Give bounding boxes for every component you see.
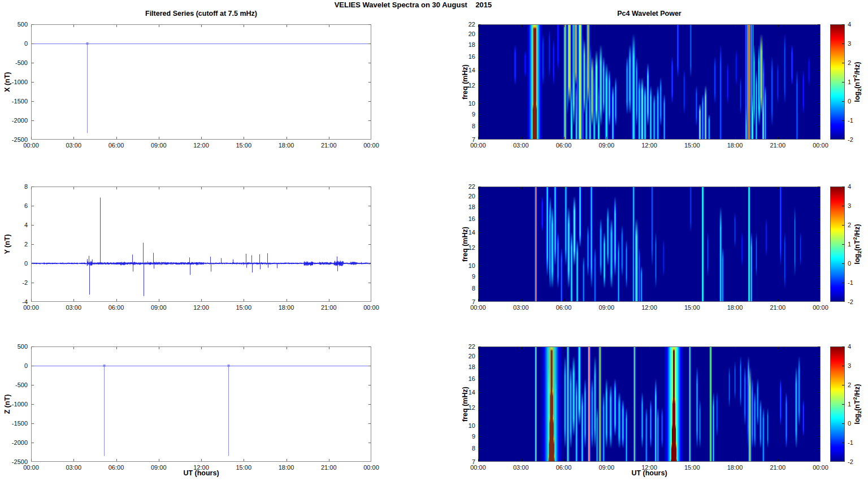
colorbar-canvas-row3 xyxy=(830,346,845,462)
x-tick-label: 12:00 xyxy=(186,142,216,149)
y-tick-label: -2000 xyxy=(1,439,28,446)
x-tick-label: 15:00 xyxy=(229,304,258,311)
colorbar-tick-label: 0 xyxy=(848,98,862,105)
y-tick-label: -500 xyxy=(1,382,28,388)
colorbar-tick-label: -2 xyxy=(848,136,862,143)
y-tick-label: 6 xyxy=(1,202,28,209)
x-tick-label: 06:00 xyxy=(102,142,131,149)
colorbar-tick-label: 4 xyxy=(848,343,862,350)
x-tick-label: 18:00 xyxy=(721,464,750,471)
x-tick-label: 21:00 xyxy=(763,304,792,311)
freq-tick-label: 10 xyxy=(459,262,475,269)
y-tick-label: -4 xyxy=(1,298,28,305)
freq-tick-label: 8 xyxy=(459,285,475,292)
x-tick-label: 03:00 xyxy=(59,142,88,149)
y-tick-label: 0 xyxy=(1,362,28,369)
y-tick-label: 500 xyxy=(1,21,28,28)
x-tick-label: 03:00 xyxy=(506,304,536,311)
colorbar-tick-label: 4 xyxy=(848,21,862,28)
x-tick-label: 15:00 xyxy=(678,464,707,471)
freq-tick-label: 8 xyxy=(459,123,475,129)
x-tick-label: 15:00 xyxy=(229,464,258,471)
y-tick-label: -1000 xyxy=(1,401,28,408)
colorbar-tick-label: -1 xyxy=(848,279,862,286)
colorbar-tick-label: 2 xyxy=(848,59,862,66)
y-tick-label: -1000 xyxy=(1,79,28,85)
x-tick-label: 00:00 xyxy=(806,142,835,149)
x-tick-label: 09:00 xyxy=(592,304,621,311)
colorbar-tick-label: 1 xyxy=(848,79,862,85)
freq-tick-label: 9 xyxy=(459,273,475,280)
freq-tick-label: 12 xyxy=(459,82,475,89)
x-tick-label: 09:00 xyxy=(144,142,173,149)
y-tick-label: -2 xyxy=(1,279,28,286)
colorbar-tick-label: 3 xyxy=(848,202,862,209)
freq-tick-label: 20 xyxy=(459,193,475,200)
freq-tick-label: 10 xyxy=(459,422,475,429)
x-tick-label: 18:00 xyxy=(272,464,301,471)
colorbar-tick-label: -2 xyxy=(848,298,862,305)
x-tick-label: 12:00 xyxy=(635,142,664,149)
freq-tick-label: 8 xyxy=(459,445,475,452)
z-wavelet-spectrogram-canvas xyxy=(478,346,821,462)
y-tick-label: -1500 xyxy=(1,420,28,427)
x-tick-label: 21:00 xyxy=(314,464,344,471)
y-tick-label: -2500 xyxy=(1,136,28,143)
x-tick-label: 06:00 xyxy=(549,464,579,471)
colorbar-canvas-row2 xyxy=(830,187,845,302)
y-tick-label: 2 xyxy=(1,241,28,248)
figure: VELIES Wavelet Spectra on 30 August 2015… xyxy=(0,0,868,481)
x-tick-label: 18:00 xyxy=(721,304,750,311)
x-tick-label: 06:00 xyxy=(549,304,579,311)
freq-tick-label: 16 xyxy=(459,215,475,222)
freq-tick-label: 7 xyxy=(459,136,475,143)
x-tick-label: 12:00 xyxy=(635,464,664,471)
freq-tick-label: 9 xyxy=(459,111,475,118)
freq-tick-label: 20 xyxy=(459,31,475,37)
freq-tick-label: 18 xyxy=(459,203,475,210)
colorbar-tick-label: 3 xyxy=(848,40,862,47)
freq-tick-label: 9 xyxy=(459,433,475,440)
x-tick-label: 12:00 xyxy=(186,464,216,471)
colorbar-tick-label: 2 xyxy=(848,222,862,228)
x-tick-label: 12:00 xyxy=(635,304,664,311)
y-tick-label: 0 xyxy=(1,260,28,267)
y-tick-label: 4 xyxy=(1,222,28,228)
z-series-plot-canvas xyxy=(31,346,371,462)
x-tick-label: 15:00 xyxy=(678,142,707,149)
freq-tick-label: 14 xyxy=(459,389,475,396)
x-wavelet-spectrogram-canvas xyxy=(478,24,821,140)
y-series-plot-canvas xyxy=(31,187,371,302)
y-tick-label: 8 xyxy=(1,183,28,190)
x-series-plot-canvas xyxy=(31,24,371,140)
colorbar-tick-label: -1 xyxy=(848,117,862,124)
x-tick-label: 03:00 xyxy=(506,464,536,471)
x-tick-label: 06:00 xyxy=(549,142,579,149)
x-tick-label: 15:00 xyxy=(229,142,258,149)
x-tick-label: 09:00 xyxy=(592,142,621,149)
colorbar-tick-label: 3 xyxy=(848,362,862,369)
x-tick-label: 18:00 xyxy=(272,142,301,149)
x-tick-label: 09:00 xyxy=(144,464,173,471)
right-column-title: Pc4 Wavelet Power xyxy=(478,10,821,18)
figure-title: VELIES Wavelet Spectra on 30 August 2015 xyxy=(0,1,826,9)
freq-tick-label: 16 xyxy=(459,53,475,60)
freq-tick-label: 18 xyxy=(459,363,475,370)
left-column-title: Filtered Series (cutoff at 7.5 mHz) xyxy=(31,10,371,18)
freq-tick-label: 16 xyxy=(459,375,475,382)
colorbar-canvas-row1 xyxy=(830,24,845,140)
x-tick-label: 09:00 xyxy=(592,464,621,471)
y-wavelet-spectrogram-canvas xyxy=(478,187,821,302)
freq-tick-label: 14 xyxy=(459,67,475,73)
colorbar-tick-label: -1 xyxy=(848,439,862,446)
freq-tick-label: 22 xyxy=(459,343,475,350)
x-tick-label: 06:00 xyxy=(102,464,131,471)
colorbar-tick-label: -2 xyxy=(848,458,862,465)
y-tick-label: -2500 xyxy=(1,458,28,465)
x-tick-label: 21:00 xyxy=(763,142,792,149)
x-tick-label: 12:00 xyxy=(186,304,216,311)
freq-tick-label: 12 xyxy=(459,244,475,251)
colorbar-tick-label: 4 xyxy=(848,183,862,190)
freq-tick-label: 18 xyxy=(459,41,475,48)
x-tick-label: 00:00 xyxy=(806,464,835,471)
